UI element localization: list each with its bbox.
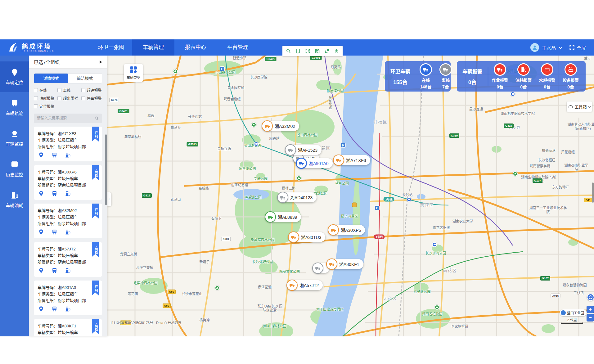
filter-checkbox-item[interactable]: 停车报警 xyxy=(81,96,105,101)
vehicle-marker[interactable]: 湘A71XF3 xyxy=(334,155,370,165)
poi-icon[interactable] xyxy=(513,171,518,176)
avatar[interactable] xyxy=(530,43,539,52)
poi-icon[interactable] xyxy=(251,122,256,127)
vehicle-fuel-icon[interactable] xyxy=(65,306,71,312)
vehicle-marker[interactable]: 湘A80KF1 xyxy=(327,259,363,269)
poi-icon[interactable]: P xyxy=(341,143,346,148)
tab-detail-mode[interactable]: 详情模式 xyxy=(34,74,68,83)
vehicle-track-icon[interactable] xyxy=(52,306,57,312)
checkbox[interactable] xyxy=(34,96,38,100)
vehicle-marker[interactable]: 湘A30XP6 xyxy=(328,225,365,235)
search-icon[interactable] xyxy=(94,116,99,121)
vehicle-fuel-icon[interactable] xyxy=(65,191,71,196)
vehicle-card[interactable]: 车牌号码：湘A90TA0 车辆类型：垃圾压缩车 所属组织：厨余垃圾项目部 在线 xyxy=(34,281,102,315)
tablet-icon[interactable] xyxy=(293,46,303,56)
vehicle-marker[interactable]: 湘A90TA0 xyxy=(296,158,333,168)
vehicle-fuel-icon[interactable] xyxy=(65,229,71,235)
menu-item-reports[interactable]: 报表中心 xyxy=(174,39,217,56)
search-input[interactable] xyxy=(37,116,94,120)
poi-icon[interactable] xyxy=(352,203,357,207)
fullscreen-control[interactable]: 全屏 xyxy=(569,44,586,51)
sidebar-item-vehicle-monitor[interactable]: 车辆监控 xyxy=(0,123,29,154)
vehicle-card[interactable]: 车牌号码：湘A57JT2 车辆类型：垃圾压缩车 所属组织：厨余垃圾项目部 在线 xyxy=(34,242,102,277)
locate-vehicle-icon[interactable] xyxy=(38,191,44,196)
locate-vehicle-icon[interactable] xyxy=(38,152,44,158)
poi-icon[interactable]: P xyxy=(220,66,225,71)
vehicle-marker[interactable]: 湘A30TU3 xyxy=(289,232,325,242)
org-selector[interactable]: 已选7个组织 xyxy=(29,56,107,69)
toolbox-button[interactable]: 工具箱 xyxy=(567,101,592,112)
filter-checkbox-item[interactable]: 超出围栏 xyxy=(57,96,81,101)
poi-icon[interactable] xyxy=(510,92,515,97)
filter-checkbox-item[interactable]: 超速报警 xyxy=(81,88,105,93)
online-stat[interactable]: 在线 148台 xyxy=(416,63,436,90)
water-alarm-stat[interactable]: 水耗报警 0台 xyxy=(535,63,559,90)
checkbox[interactable] xyxy=(81,96,85,100)
vehicle-marker[interactable]: 湘AL8839 xyxy=(265,212,301,222)
user-name[interactable]: 王水晶 xyxy=(542,44,556,51)
poi-icon[interactable] xyxy=(254,142,259,146)
save-icon[interactable] xyxy=(313,46,322,56)
vehicle-track-icon[interactable] xyxy=(52,191,57,196)
vehicle-track-icon[interactable] xyxy=(52,152,57,158)
vehicle-track-icon[interactable] xyxy=(52,229,57,235)
zoom-in-button[interactable]: + xyxy=(587,306,594,313)
vehicle-marker[interactable]: 湘AD40123 xyxy=(278,192,317,202)
tab-simple-mode[interactable]: 简洁模式 xyxy=(68,74,102,83)
vehicle-card[interactable]: 车牌号码：湘A71XF3 车辆类型：垃圾压缩车 所属组织：厨余垃圾项目部 在线 xyxy=(34,127,102,161)
vehicle-card[interactable]: 车牌号码：湘A80KF1 车辆类型：垃圾压缩车 所属组织：厨余垃圾项目部 在线 xyxy=(34,319,102,336)
industrial-park-badge[interactable]: 蓝田工业园 xyxy=(560,309,587,316)
device-alarm-stat[interactable]: 设备报警 0台 xyxy=(559,63,583,90)
locate-vehicle-icon[interactable] xyxy=(38,267,44,273)
locate-vehicle-icon[interactable] xyxy=(38,229,44,235)
poi-icon[interactable] xyxy=(296,176,301,181)
filter-checkbox-item[interactable]: 在线 xyxy=(34,88,57,93)
offline-stat[interactable]: 离线 7台 xyxy=(436,63,456,90)
panel-collapse-button[interactable]: ‹ xyxy=(107,192,111,206)
vehicle-fuel-icon[interactable] xyxy=(65,152,71,158)
checkbox[interactable] xyxy=(57,88,61,92)
menu-item-platform[interactable]: 平台管理 xyxy=(217,39,259,56)
poi-icon[interactable] xyxy=(407,197,412,202)
poi-icon[interactable] xyxy=(173,69,178,74)
poi-icon[interactable]: P xyxy=(375,205,380,210)
zoom-out-button[interactable]: − xyxy=(587,314,594,321)
settings-icon[interactable] xyxy=(332,46,341,56)
filter-checkbox-item[interactable]: 油耗报警 xyxy=(34,96,57,101)
chevron-down-icon[interactable] xyxy=(559,45,563,49)
vehicle-card[interactable]: 车牌号码：湘A32M02 车辆类型：垃圾压缩车 所属组织：厨余垃圾项目部 在线 xyxy=(34,204,102,238)
sidebar-item-history-monitor[interactable]: 历史监控 xyxy=(0,154,29,184)
sidebar-item-vehicle-track[interactable]: 车辆轨迹 xyxy=(0,92,29,123)
filter-checkbox-item[interactable]: 离线 xyxy=(57,88,81,93)
export-icon[interactable] xyxy=(322,46,332,56)
checkbox[interactable] xyxy=(81,88,85,92)
expand-icon[interactable] xyxy=(303,46,313,56)
vehicle-track-icon[interactable] xyxy=(52,267,57,273)
vehicle-fuel-icon[interactable] xyxy=(65,267,71,273)
poi-icon[interactable] xyxy=(434,305,439,310)
poi-icon[interactable] xyxy=(215,285,220,290)
expand-arrow-icon[interactable] xyxy=(100,61,102,64)
vehicle-marker[interactable]: 湘AF1523 xyxy=(286,145,322,155)
vehicle-marker[interactable]: 湘A57JT2 xyxy=(287,280,323,290)
locate-vehicle-icon[interactable] xyxy=(38,306,44,312)
menu-item-vehicle-mgmt[interactable]: 车辆管理 xyxy=(132,39,174,56)
menu-item-overview[interactable]: 环卫一张图 xyxy=(90,39,132,56)
fuel-alarm-stat[interactable]: 油耗报警 0台 xyxy=(512,63,535,90)
filter-checkbox-item[interactable]: 定位报警 xyxy=(34,104,57,109)
search-icon[interactable] xyxy=(284,46,293,56)
vehicle-card[interactable]: 车牌号码：湘A30XP6 车辆类型：垃圾压缩车 所属组织：厨余垃圾项目部 在线 xyxy=(34,165,102,200)
vehicle-type-button[interactable]: 车辆类型 xyxy=(124,64,143,82)
sidebar-item-vehicle-fuel[interactable]: 车辆油耗 xyxy=(0,184,29,215)
work-alarm-stat[interactable]: 作业报警 0台 xyxy=(488,63,512,90)
locate-me-button[interactable] xyxy=(587,294,594,301)
sidebar-item-vehicle-location[interactable]: 车辆定位 xyxy=(0,61,29,92)
list-scrollbar[interactable] xyxy=(105,134,107,205)
map-canvas[interactable]: 智造小镇乌山森林公园长沙医学院黄金园互通观音岩枢纽月亮岛银星湾公园金星北路麻园简… xyxy=(107,56,594,336)
vehicle-marker[interactable]: 湘A32M02 xyxy=(262,121,299,131)
checkbox[interactable] xyxy=(34,104,38,108)
checkbox[interactable] xyxy=(57,96,61,100)
checkbox[interactable] xyxy=(34,88,38,92)
map-scrollbar[interactable] xyxy=(592,182,594,203)
poi-icon[interactable] xyxy=(432,242,437,247)
